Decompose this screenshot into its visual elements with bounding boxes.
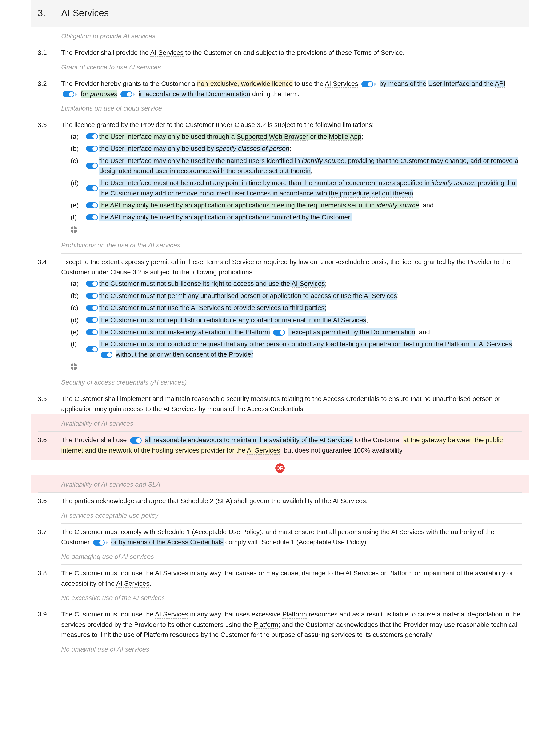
toggle-switch[interactable] [86,156,98,176]
section-header: 3. AI Services [31,0,529,27]
toggle-switch[interactable] [86,327,98,337]
editor-control-icon[interactable] [61,360,522,373]
clause-number: 3.7 [38,527,61,537]
clause-number: 3.6 [38,496,61,506]
clause-3-3: 3.3 The licence granted by the Provider … [38,116,522,236]
defined-term-ai-services: AI Services [325,80,358,88]
toggle-switch[interactable] [86,178,98,198]
clause-number: 3.1 [38,47,61,57]
clause-number: 3.4 [38,257,61,267]
clause-number: 3.2 [38,79,61,89]
alternative-block: Availability of AI services and SLA [31,475,529,492]
clause-number: 3.8 [38,568,61,578]
clause-3-9: 3.9 The Customer must not use the AI Ser… [38,606,522,640]
placeholder-text[interactable]: identify source [432,179,474,186]
defined-term-ai-services: AI Services [150,49,183,57]
defined-term: Term [283,90,298,98]
placeholder-text[interactable]: specify classes of person [216,145,289,152]
clause-3-5: 3.5 The Customer shall implement and mai… [38,391,522,414]
subheading-3-10: No unlawful use of AI services [61,640,522,657]
subheading-3-2: Grant of licence to use AI services [61,58,522,75]
toggleable-text: User Interface and the API [428,80,506,88]
clause-number: 3.3 [38,120,61,130]
clause-3-2: 3.2 The Provider hereby grants to the Cu… [38,75,522,99]
subheading-3-1: Obligation to provide AI services [61,27,522,44]
subheading-3-4: Prohibitions on the use of the AI servic… [61,236,522,253]
clause-text: The Customer shall implement and maintai… [61,394,522,414]
toggleable-text: by means of the [380,80,426,88]
subheading-3-3: Limitations on use of cloud service [61,99,522,116]
clause-3-1: 3.1 The Provider shall provide the AI Se… [38,44,522,57]
list-item: (f) the Customer must not conduct or req… [61,337,522,360]
chevron-right-icon [75,93,78,96]
placeholder-text[interactable]: identify source [302,157,344,164]
clause-3-8: 3.8 The Customer must not use the AI Ser… [38,565,522,588]
clause-text: The Customer must not use the AI Service… [61,609,522,640]
placeholder-text[interactable]: purposes [90,90,117,98]
list-item: (d) the Customer must not republish or r… [61,313,522,325]
toggle-switch[interactable] [86,200,98,210]
or-separator: OR [38,460,522,475]
clause-3-6a: 3.6 The Provider shall use all reasonabl… [38,432,522,460]
toggle-switch[interactable] [130,437,142,444]
clause-text: The Provider shall provide the AI Servic… [61,47,522,57]
toggleable-text: for purposes [81,90,117,98]
subheading-3-6a: Availability of AI services [38,414,522,432]
clause-text: The Provider hereby grants to the Custom… [61,79,522,99]
list-item: (b) the Customer must not permit any una… [61,289,522,301]
list-item: (c) the User Interface may only be used … [61,154,522,177]
subheading-3-5: Security of access credentials (AI servi… [61,373,522,391]
list-item: (c) the Customer must not use the AI Ser… [61,301,522,313]
toggle-switch[interactable] [86,315,98,325]
toggle-switch[interactable] [121,91,135,97]
clause-text: The Customer must comply with Schedule 1… [61,527,522,547]
toggle-switch[interactable] [86,132,98,142]
editor-control-icon[interactable] [61,223,522,236]
toggle-switch[interactable] [86,291,98,301]
chevron-right-icon [106,541,108,544]
toggle-switch[interactable] [86,303,98,313]
chevron-right-icon [374,83,376,86]
clause-3-4: 3.4 Except to the extent expressly permi… [38,254,522,373]
subheading-3-7: AI services acceptable use policy [61,506,522,524]
toggle-switch[interactable] [86,212,98,222]
section-title: AI Services [61,6,109,21]
toggleable-text: in accordance with the Documentation [139,90,250,98]
clause-number: 3.9 [38,609,61,619]
toggle-switch[interactable] [86,279,98,289]
clause-3-6b: 3.6 The parties acknowledge and agree th… [38,492,522,506]
toggle-switch[interactable] [273,329,285,336]
toggle-switch[interactable] [86,339,98,359]
clause-text: The parties acknowledge and agree that S… [61,496,522,506]
list-item: (e) the API may only be used by an appli… [61,199,522,211]
toggle-switch[interactable] [362,81,376,87]
subheading-3-9: No excessive use of the AI services [61,588,522,606]
editable-text[interactable]: non-exclusive, worldwide licence [197,80,292,88]
clause-number: 3.6 [38,435,61,445]
list-item: (a) the User Interface may only be used … [61,130,522,142]
clause-text: The Customer must not use the AI Service… [61,568,522,588]
toggle-switch[interactable] [101,351,113,358]
list-item: (d) the User Interface must not be used … [61,176,522,199]
alternative-block: Availability of AI services 3.6 The Prov… [31,414,529,460]
list-item: (e) the Customer must not make any alter… [61,325,522,337]
clause-text: The Provider shall use all reasonable en… [61,435,522,455]
placeholder-text[interactable]: identify source [377,201,419,209]
clause-text: The licence granted by the Provider to t… [61,120,522,236]
clause-number: 3.5 [38,394,61,404]
list-item: (b) the User Interface may only be used … [61,142,522,154]
list-item: (f) the API may only be used by an appli… [61,211,522,223]
clause-text: Except to the extent expressly permitted… [61,257,522,373]
chevron-right-icon [133,93,135,96]
clause-3-7: 3.7 The Customer must comply with Schedu… [38,524,522,547]
list-item: (a) the Customer must not sub-license it… [61,277,522,289]
subheading-3-8: No damaging use of AI services [61,547,522,565]
toggle-switch[interactable] [86,143,98,154]
toggle-switch[interactable] [93,540,108,546]
subheading-3-6b: Availability of AI services and SLA [38,475,522,492]
toggle-switch[interactable] [62,91,78,97]
section-number: 3. [38,6,61,20]
or-badge: OR [275,463,285,473]
